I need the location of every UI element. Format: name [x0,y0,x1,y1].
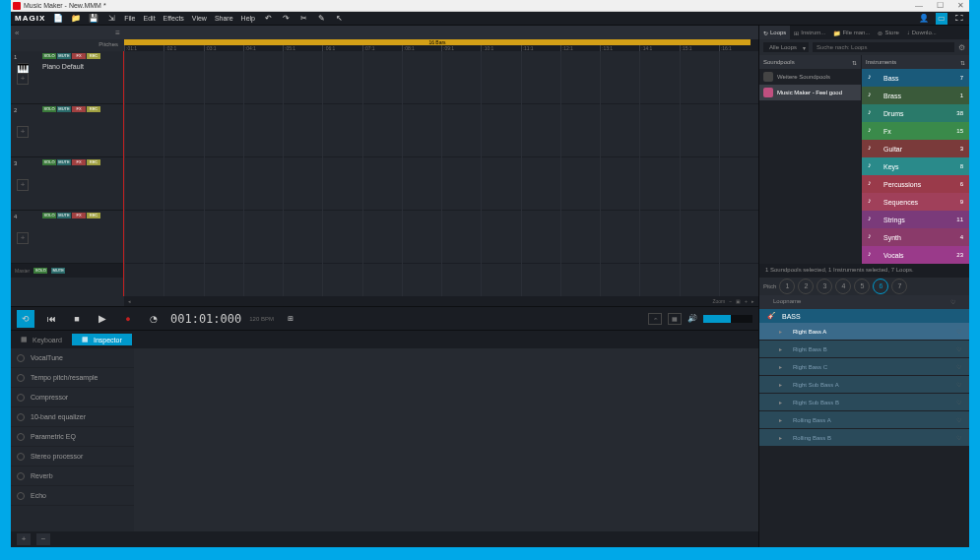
loop-item[interactable]: ▸Right Bass C♡ [759,358,969,376]
redo-icon[interactable]: ↷ [281,14,291,24]
collapse-icon[interactable]: « [15,29,19,37]
play-icon[interactable]: ▸ [779,363,787,371]
heart-icon[interactable]: ♡ [956,399,961,405]
menu-edit[interactable]: Edit [144,15,156,22]
loop-item[interactable]: ▸Rolling Bass A♡ [759,411,969,429]
play-icon[interactable]: ▸ [779,434,787,442]
power-icon[interactable] [17,433,25,441]
undo-icon[interactable]: ↶ [263,14,273,24]
loop-item[interactable]: ▸Rolling Bass B♡ [759,429,969,447]
remove-fx-button[interactable]: − [36,533,50,545]
loop-item[interactable]: ▸Right Sub Bass A♡ [759,376,969,394]
fx-item[interactable]: Compressor [11,388,134,407]
add-track-icon[interactable]: + [17,179,29,191]
browser-tab[interactable]: 📁File man... [829,26,874,39]
zoom-in-icon[interactable]: + [745,298,748,304]
tab-inspector[interactable]: ▦Inspector [72,334,132,345]
pitch-button[interactable]: 6 [873,279,888,294]
pointer-icon[interactable]: ↖ [334,14,344,24]
search-input[interactable] [813,42,954,52]
instrument-item[interactable]: ♪Drums38 [862,104,969,122]
soundpool-item[interactable]: Weitere Soundpools [759,69,861,85]
add-track-icon[interactable]: + [17,232,29,244]
fx-item[interactable]: Tempo pitch/resample [11,368,134,388]
power-icon[interactable] [17,413,25,421]
loop-button[interactable]: ⟲ [17,310,34,328]
new-icon[interactable]: 📄 [53,14,63,24]
solo-button[interactable]: SOLO [42,213,56,218]
sort-icon[interactable]: ⇅ [852,59,857,66]
play-icon[interactable]: ▸ [779,328,787,336]
heart-icon[interactable]: ♡ [956,345,961,352]
instrument-item[interactable]: ♪Vocals23 [862,246,969,264]
scroll-left-icon[interactable]: ◂ [128,298,131,304]
loop-item[interactable]: ▸Right Bass A♡ [759,323,969,341]
fullscreen-icon[interactable]: ⛶ [953,13,965,25]
maximize-button[interactable]: ☐ [934,1,947,10]
record-button[interactable]: ● [119,310,137,328]
speaker-icon[interactable]: 🔊 [687,314,697,323]
mute-button[interactable]: MUTE [57,159,71,165]
to-start-button[interactable]: ⏮ [42,310,60,328]
heart-icon[interactable]: ♡ [956,328,961,335]
tab-keyboard[interactable]: ▦Keyboard [11,334,72,345]
timeline-grid[interactable] [124,51,758,296]
play-icon[interactable]: ▸ [779,345,787,353]
time-display[interactable]: 001:01:000 [170,312,241,326]
fx-item[interactable]: VocalTune [11,348,134,368]
track-header[interactable]: 3 SOLO MUTE FX REC + [11,157,124,211]
fx-item[interactable]: Reverb [11,467,134,486]
add-track-icon[interactable]: + [17,126,29,138]
add-fx-button[interactable]: + [17,533,31,545]
track-header[interactable]: 4 SOLO MUTE FX REC + [11,211,124,264]
instrument-item[interactable]: ♪Guitar3 [862,140,969,157]
pitch-button[interactable]: 2 [798,279,814,294]
instrument-item[interactable]: ♪Strings11 [862,211,969,228]
heart-icon[interactable]: ♡ [956,381,961,388]
pitch-button[interactable]: 5 [854,279,870,294]
zoom-fit-icon[interactable]: ▣ [736,298,741,304]
menu-share[interactable]: Share [215,15,233,22]
soundpool-item[interactable]: Music Maker - Feel good [759,85,861,100]
instrument-item[interactable]: ♪Sequences9 [862,193,969,211]
fx-item[interactable]: Echo [11,486,134,506]
play-button[interactable]: ▶ [94,310,111,328]
pitch-button[interactable]: 4 [835,279,851,294]
bpm-display[interactable]: 120 BPM [249,316,274,322]
menu-help[interactable]: Help [241,15,255,22]
loop-item[interactable]: ▸Right Sub Bass B♡ [759,394,969,411]
heart-icon[interactable]: ♡ [956,416,961,423]
view-icon[interactable]: ▦ [668,313,682,325]
rec-button[interactable]: REC [87,53,100,59]
pitch-button[interactable]: 1 [779,279,795,294]
minimize-button[interactable]: — [912,1,926,10]
menu-view[interactable]: View [192,15,207,22]
midi-icon[interactable]: 𝄐 [648,313,662,325]
fx-button[interactable]: FX [72,159,86,165]
browser-tab[interactable]: ↻Loops [759,26,790,39]
track-header[interactable]: 2 SOLO MUTE FX REC + [11,104,124,157]
track-name[interactable]: Piano Default [42,63,84,70]
user-icon[interactable]: 👤 [918,13,930,25]
play-icon[interactable]: ▸ [779,381,787,389]
snap-icon[interactable]: ⊞ [282,310,299,328]
instrument-item[interactable]: ♪Percussions6 [862,175,969,193]
scroll-right-icon[interactable]: ▸ [751,298,754,304]
loop-filter-dropdown[interactable]: Alle Loops [763,42,809,52]
fx-item[interactable]: 10-band equalizer [11,407,134,427]
instrument-item[interactable]: ♪Synth4 [862,228,969,246]
open-icon[interactable]: 📁 [71,14,81,24]
zoom-out-icon[interactable]: − [729,298,732,304]
cut-icon[interactable]: ✂ [298,14,308,24]
fx-button[interactable]: FX [72,213,86,218]
loop-item[interactable]: ▸Right Bass B♡ [759,341,969,358]
instrument-item[interactable]: ♪Brass1 [862,87,969,104]
mute-button[interactable]: MUTE [57,53,71,59]
power-icon[interactable] [17,453,25,461]
gear-icon[interactable]: ⚙ [958,43,965,52]
play-icon[interactable]: ▸ [779,399,787,406]
menu-effects[interactable]: Effects [163,15,184,22]
power-icon[interactable] [17,472,25,480]
menu-file[interactable]: File [124,15,135,22]
save-icon[interactable]: 💾 [89,14,98,24]
